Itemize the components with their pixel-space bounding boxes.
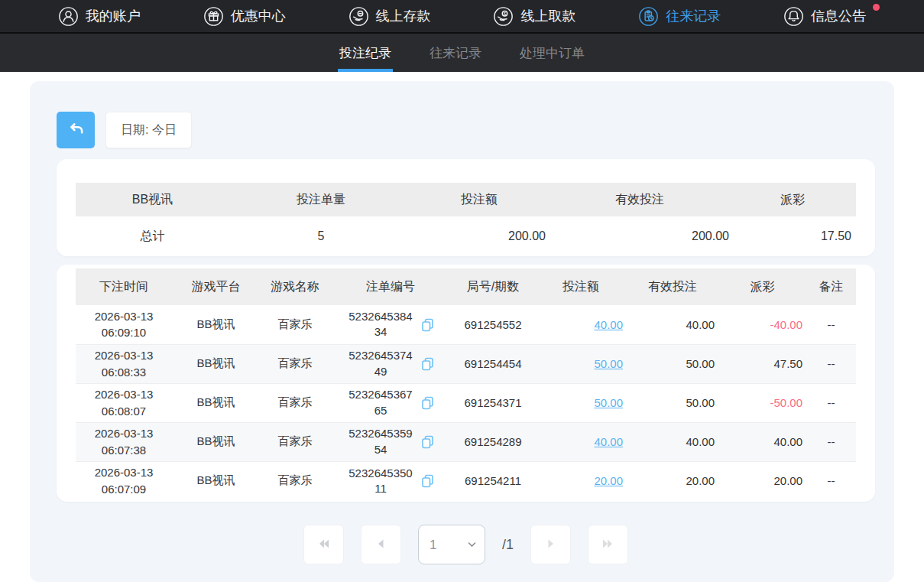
bet-number: 523264537449 <box>346 348 415 379</box>
platform-cell: BB视讯 <box>172 422 260 461</box>
bet-number: 523264538434 <box>346 309 415 340</box>
back-button[interactable] <box>57 112 95 148</box>
bet-number: 523264535954 <box>346 426 415 457</box>
tab-bet-records[interactable]: 投注纪录 <box>338 34 393 72</box>
summary-payout: 17.50 <box>734 216 856 256</box>
summary-header-bet-amount: 投注额 <box>413 183 550 216</box>
bet-number: 523264536765 <box>346 387 415 418</box>
toolbar: 日期: 今日 <box>57 112 875 148</box>
summary-total-row: 总计 5 200.00 200.00 17.50 <box>76 216 856 256</box>
summary-card: BB视讯 投注单量 投注额 有效投注 派彩 总计 5 200.00 200.00… <box>57 159 875 256</box>
prev-page-button[interactable] <box>361 525 401 564</box>
payout-cell: 20.00 <box>718 461 806 500</box>
next-page-button[interactable] <box>530 525 571 564</box>
bet-records-card: 下注时间 游戏平台 游戏名称 注单编号 局号/期数 投注额 有效投注 派彩 备注… <box>57 265 875 502</box>
nav-item-withdraw[interactable]: $ 线上取款 <box>488 6 580 27</box>
header-bet-number: 注单编号 <box>330 268 451 305</box>
page-select-wrap: 1 <box>418 525 485 564</box>
summary-header-payout: 派彩 <box>734 183 856 216</box>
summary-table: BB视讯 投注单量 投注额 有效投注 派彩 总计 5 200.00 200.00… <box>76 183 856 256</box>
records-clipboard-clock-icon <box>638 6 659 27</box>
bet-amount-link[interactable]: 40.00 <box>594 318 623 331</box>
remark-cell: -- <box>806 344 856 383</box>
bet-records-table: 下注时间 游戏平台 游戏名称 注单编号 局号/期数 投注额 有效投注 派彩 备注… <box>76 268 856 500</box>
payout-cell: -40.00 <box>718 305 806 344</box>
platform-cell: BB视讯 <box>172 461 260 500</box>
header-platform: 游戏平台 <box>172 268 260 305</box>
summary-total-label: 总计 <box>76 216 229 256</box>
bell-icon <box>783 6 804 27</box>
nav-item-promotions[interactable]: 优惠中心 <box>199 6 290 27</box>
copy-icon[interactable] <box>420 356 435 371</box>
game-name-cell: 百家乐 <box>260 422 330 461</box>
summary-header-bet-count: 投注单量 <box>229 183 413 216</box>
last-page-button[interactable] <box>588 525 628 564</box>
summary-header-valid-bet: 有效投注 <box>550 183 734 216</box>
remark-cell: -- <box>806 305 856 344</box>
bet-time: 2026-03-1306:07:09 <box>76 464 172 498</box>
bet-amount-link[interactable]: 20.00 <box>594 474 623 487</box>
bet-amount-link[interactable]: 50.00 <box>594 357 623 370</box>
round-number-cell: 691254454 <box>451 344 535 383</box>
header-valid-bet: 有效投注 <box>627 268 718 305</box>
round-number-cell: 691254211 <box>451 461 535 500</box>
nav-label: 信息公告 <box>811 7 866 25</box>
summary-bet-amount: 200.00 <box>413 216 550 256</box>
return-arrow-icon <box>66 119 86 141</box>
nav-item-announcements[interactable]: 信息公告 <box>779 6 871 27</box>
first-page-button[interactable] <box>303 525 344 564</box>
round-number-cell: 691254289 <box>451 422 535 461</box>
date-filter-button[interactable]: 日期: 今日 <box>105 112 192 148</box>
header-bet-amount: 投注额 <box>535 268 627 305</box>
bet-amount-link[interactable]: 50.00 <box>594 396 623 409</box>
bet-amount-link[interactable]: 40.00 <box>594 435 623 448</box>
valid-bet-cell: 20.00 <box>627 461 718 500</box>
remark-cell: -- <box>806 383 856 422</box>
records-header-row: 下注时间 游戏平台 游戏名称 注单编号 局号/期数 投注额 有效投注 派彩 备注 <box>76 268 856 305</box>
nav-label: 我的账户 <box>86 7 141 25</box>
payout-cell: 40.00 <box>718 422 806 461</box>
summary-valid-bet: 200.00 <box>550 216 734 256</box>
summary-header-row: BB视讯 投注单量 投注额 有效投注 派彩 <box>76 183 856 216</box>
nav-item-my-account[interactable]: 我的账户 <box>53 6 145 27</box>
bet-number: 523264535011 <box>346 466 415 497</box>
bet-time: 2026-03-1306:09:10 <box>76 308 172 342</box>
bet-record-row: 2026-03-1306:09:10 BB视讯 百家乐 523264538434… <box>76 305 856 344</box>
deposit-coin-hand-icon <box>349 6 369 27</box>
copy-icon[interactable] <box>420 317 435 332</box>
last-page-icon <box>601 537 615 553</box>
prev-page-icon <box>374 537 387 553</box>
tab-processing-orders[interactable]: 处理中订单 <box>518 34 586 72</box>
copy-icon[interactable] <box>420 395 435 410</box>
valid-bet-cell: 50.00 <box>627 344 718 383</box>
gift-icon <box>203 6 224 27</box>
header-remark: 备注 <box>806 268 856 305</box>
copy-icon[interactable] <box>420 473 435 488</box>
summary-bet-count: 5 <box>229 216 413 256</box>
page-select[interactable]: 1 <box>418 525 485 564</box>
remark-cell: -- <box>806 461 856 500</box>
next-page-icon <box>544 537 558 553</box>
summary-header-platform: BB视讯 <box>76 183 229 216</box>
nav-label: 优惠中心 <box>231 7 286 25</box>
tab-transaction-records[interactable]: 往来记录 <box>428 34 483 72</box>
game-name-cell: 百家乐 <box>260 344 330 383</box>
record-tabs: 投注纪录 往来记录 处理中订单 <box>0 32 924 72</box>
platform-cell: BB视讯 <box>172 344 260 383</box>
round-number-cell: 691254371 <box>451 383 535 422</box>
bet-record-row: 2026-03-1306:08:33 BB视讯 百家乐 523264537449… <box>76 344 856 383</box>
game-name-cell: 百家乐 <box>260 383 330 422</box>
game-name-cell: 百家乐 <box>260 461 330 500</box>
copy-icon[interactable] <box>420 434 435 449</box>
withdraw-coin-hand-icon: $ <box>493 6 514 27</box>
first-page-icon <box>316 537 330 553</box>
valid-bet-cell: 50.00 <box>627 383 718 422</box>
payout-cell: -50.00 <box>718 383 806 422</box>
nav-label: 往来记录 <box>666 7 721 25</box>
bet-time: 2026-03-1306:08:07 <box>76 386 172 420</box>
nav-item-transaction-records[interactable]: 往来记录 <box>634 6 725 27</box>
valid-bet-cell: 40.00 <box>627 305 718 344</box>
valid-bet-cell: 40.00 <box>627 422 718 461</box>
pagination: 1 /1 <box>57 525 875 564</box>
nav-item-deposit[interactable]: 线上存款 <box>344 6 436 27</box>
